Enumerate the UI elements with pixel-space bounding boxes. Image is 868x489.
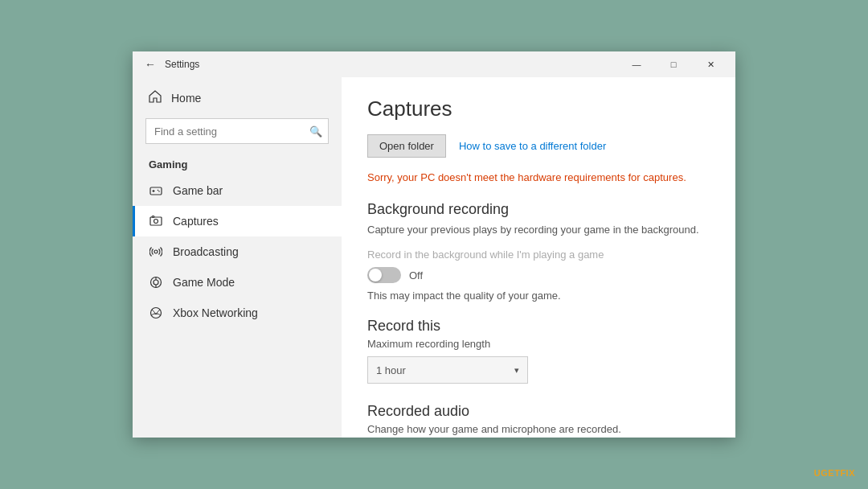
svg-point-13 — [151, 308, 162, 318]
sidebar-section-label: Gaming — [133, 150, 342, 175]
toggle-row: Off — [367, 267, 710, 283]
chevron-down-icon: ▾ — [514, 365, 519, 376]
svg-rect-5 — [150, 217, 162, 225]
titlebar: ← Settings — □ ✕ — [133, 51, 735, 77]
svg-point-4 — [158, 191, 160, 192]
window-controls: — □ ✕ — [618, 51, 729, 77]
main-content: Captures Open folder How to save to a di… — [342, 77, 735, 438]
captures-icon — [149, 214, 163, 228]
toggle-state-text: Off — [409, 269, 423, 281]
search-icon: 🔍 — [309, 125, 322, 138]
background-recording-toggle[interactable] — [367, 267, 401, 283]
svg-point-10 — [154, 280, 158, 285]
close-button[interactable]: ✕ — [692, 51, 729, 77]
recording-length-dropdown[interactable]: 1 hour ▾ — [367, 356, 528, 384]
record-this-title: Record this — [367, 318, 710, 335]
background-recording-title: Background recording — [367, 201, 710, 218]
xbox-networking-label: Xbox Networking — [173, 306, 258, 319]
captures-label: Captures — [173, 215, 219, 228]
maximize-button[interactable]: □ — [655, 51, 692, 77]
game-mode-icon — [149, 275, 163, 290]
game-mode-label: Game Mode — [173, 276, 235, 289]
page-title: Captures — [367, 97, 710, 121]
svg-point-6 — [154, 220, 158, 224]
window-title: Settings — [165, 59, 618, 70]
search-box[interactable]: 🔍 — [145, 118, 329, 144]
game-bar-label: Game bar — [173, 184, 223, 197]
gamebar-icon — [149, 183, 163, 198]
home-icon — [149, 90, 162, 105]
home-label: Home — [171, 92, 201, 105]
broadcasting-icon — [149, 244, 163, 259]
broadcasting-label: Broadcasting — [173, 245, 239, 258]
background-recording-desc: Capture your previous plays by recording… — [367, 223, 710, 237]
max-recording-label: Maximum recording length — [367, 338, 710, 350]
content-area: Home 🔍 Gaming Game bar — [133, 77, 735, 438]
sidebar-item-captures[interactable]: Captures — [133, 206, 342, 236]
how-to-save-link[interactable]: How to save to a different folder — [459, 140, 606, 152]
back-button[interactable]: ← — [139, 53, 162, 76]
dropdown-value: 1 hour — [376, 364, 406, 376]
sidebar-item-xbox-networking[interactable]: Xbox Networking — [133, 298, 342, 328]
toggle-label: Record in the background while I'm playi… — [367, 249, 710, 261]
sidebar: Home 🔍 Gaming Game bar — [133, 77, 342, 438]
sidebar-item-game-bar[interactable]: Game bar — [133, 175, 342, 206]
sidebar-item-broadcasting[interactable]: Broadcasting — [133, 236, 342, 267]
brand-badge: UGETFIX — [814, 468, 855, 478]
sidebar-item-home[interactable]: Home — [133, 84, 342, 112]
open-folder-button[interactable]: Open folder — [367, 134, 446, 158]
action-bar: Open folder How to save to a different f… — [367, 134, 710, 158]
impact-text: This may impact the quality of your game… — [367, 290, 710, 302]
toggle-knob — [369, 269, 382, 281]
brand-uget: UGET — [814, 468, 841, 478]
svg-point-3 — [158, 190, 159, 191]
brand-fix: FIX — [840, 468, 855, 478]
svg-point-8 — [154, 250, 158, 253]
xbox-icon — [149, 306, 163, 320]
svg-rect-0 — [150, 187, 162, 195]
settings-window: ← Settings — □ ✕ Home 🔍 Gaming — [133, 51, 735, 438]
error-message: Sorry, your PC doesn't meet the hardware… — [367, 171, 710, 185]
recorded-audio-desc: Change how your game and microphone are … — [367, 423, 710, 435]
sidebar-item-game-mode[interactable]: Game Mode — [133, 267, 342, 298]
minimize-button[interactable]: — — [618, 51, 655, 77]
recorded-audio-title: Recorded audio — [367, 403, 710, 420]
search-input[interactable] — [145, 118, 329, 144]
